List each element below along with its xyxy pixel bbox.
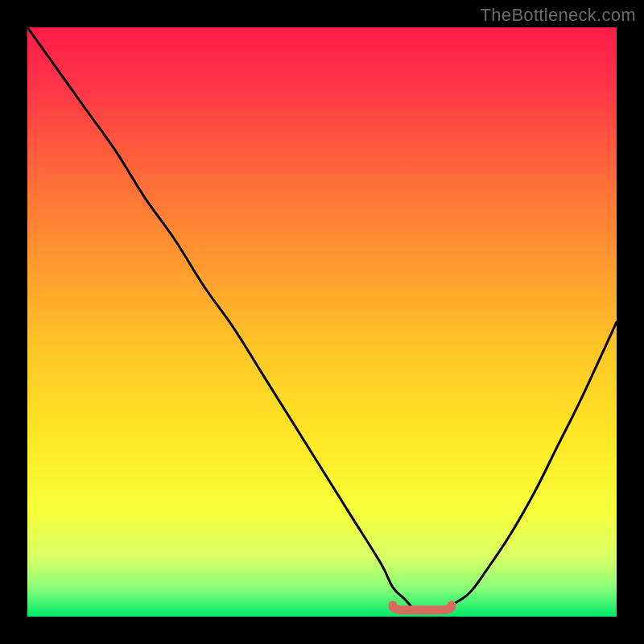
plot-area [27,27,617,617]
watermark-text: TheBottleneck.com [481,5,636,26]
chart-frame: TheBottleneck.com [0,0,644,644]
bottleneck-chart [27,27,617,617]
gradient-background [27,27,617,617]
min-plateau-marker [393,605,452,610]
